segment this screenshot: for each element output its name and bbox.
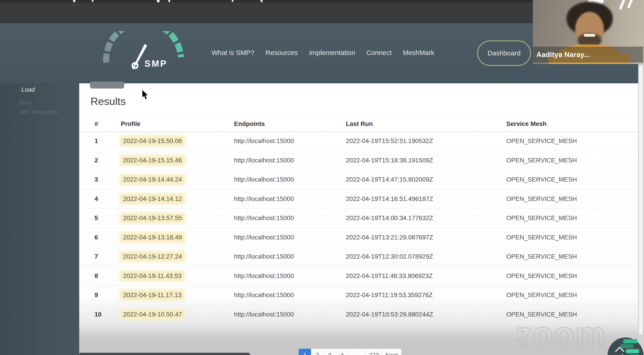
- service-mesh-cell: OPEN_SERVICE_MESH: [506, 247, 577, 266]
- service-mesh-cell: OPEN_SERVICE_MESH: [506, 286, 577, 305]
- page-button-272[interactable]: 272: [366, 349, 382, 355]
- cropped-titlebar-strip: [0, 0, 533, 3]
- nav-item-0[interactable]: What is SMP?: [212, 49, 254, 57]
- horizontal-scrollbar-thumb[interactable]: [79, 353, 250, 355]
- page-button-2[interactable]: 2: [311, 349, 324, 355]
- profile-cell: 2022-04-19-10.50.47: [121, 305, 184, 324]
- endpoints-cell: http://localhost:15000: [234, 305, 294, 324]
- profile-cell: 2022-04-19-15.50.06: [121, 132, 184, 151]
- profile-cell: 2022-04-19-11.43.53: [121, 266, 184, 286]
- highlighted-profile-text[interactable]: 2022-04-19-10.50.47: [121, 310, 184, 319]
- dashboard-label: Dashboard: [488, 49, 521, 57]
- table-row[interactable]: 72022-04-19-12.27.24http://localhost:150…: [79, 247, 638, 266]
- zoom-watermark: zoom: [515, 314, 606, 354]
- table-row[interactable]: 62022-04-19-13.18.49http://localhost:150…: [79, 228, 638, 247]
- nav-item-4[interactable]: MeshMark: [403, 49, 434, 57]
- last-run-cell: 2022-04-19T14:16:51.496187Z: [346, 189, 433, 209]
- profile-cell: 2022-04-19-11.17.13: [121, 286, 184, 305]
- page-title: Results: [90, 95, 126, 107]
- sidebar-item-jwt-revocation[interactable]: JWT Revocation: [19, 109, 59, 115]
- page-button-1[interactable]: 1: [298, 349, 311, 355]
- endpoints-cell: http://localhost:15000: [234, 209, 294, 228]
- highlighted-profile-text[interactable]: 2022-04-19-11.43.53: [121, 271, 184, 280]
- results-table-body: 12022-04-19-15.50.06http://localhost:150…: [79, 132, 638, 324]
- row-number: 1: [94, 132, 98, 151]
- background-highlight: [619, 0, 626, 10]
- row-number: 7: [94, 247, 98, 266]
- endpoints-cell: http://localhost:15000: [234, 266, 294, 286]
- row-number: 10: [94, 305, 102, 324]
- background-highlight: [627, 0, 634, 9]
- nav-item-1[interactable]: Resources: [266, 49, 298, 57]
- nav-item-3[interactable]: Connect: [366, 49, 392, 57]
- endpoints-cell: http://localhost:15000: [234, 151, 294, 170]
- page-button-3[interactable]: 3: [323, 349, 336, 355]
- profile-cell: 2022-04-19-13.57.55: [121, 209, 184, 228]
- table-row[interactable]: 32022-04-19-14.44.24http://localhost:150…: [79, 170, 638, 189]
- mouse-cursor: [141, 89, 150, 101]
- endpoints-cell: http://localhost:15000: [234, 228, 294, 247]
- profile-cell: 2022-04-19-14.14.12: [121, 189, 184, 209]
- main-nav: What is SMP?ResourcesImplementationConne…: [212, 46, 434, 60]
- nav-item-dashboard[interactable]: Dashboard: [477, 41, 531, 66]
- highlighted-profile-text[interactable]: 2022-04-19-15.50.06: [121, 137, 184, 146]
- highlighted-profile-text[interactable]: 2022-04-19-13.57.55: [121, 214, 184, 223]
- last-run-cell: 2022-04-19T15:18:38.191509Z: [346, 151, 433, 170]
- endpoints-cell: http://localhost:15000: [234, 247, 294, 266]
- vertical-scrollbar-thumb[interactable]: [639, 65, 643, 335]
- table-row[interactable]: 82022-04-19-11.43.53http://localhost:150…: [79, 266, 638, 286]
- table-row[interactable]: 42022-04-19-14.14.12http://localhost:150…: [79, 189, 638, 209]
- service-mesh-cell: OPEN_SERVICE_MESH: [506, 170, 577, 189]
- highlighted-profile-text[interactable]: 2022-04-19-15.15.46: [121, 156, 184, 165]
- sidebar-item-load[interactable]: Load: [22, 86, 35, 93]
- table-row[interactable]: 22022-04-19-15.15.46http://localhost:150…: [79, 151, 638, 170]
- table-row[interactable]: 12022-04-19-15.50.06http://localhost:150…: [79, 132, 638, 151]
- smp-gauge-logo[interactable]: SMP: [101, 31, 189, 72]
- column-header-endpoints: Endpoints: [234, 120, 265, 128]
- table-header: # Profile Endpoints Last Run Service Mes…: [79, 117, 638, 132]
- endpoints-cell: http://localhost:15000: [234, 286, 294, 305]
- row-number: 6: [94, 228, 98, 247]
- service-mesh-cell: OPEN_SERVICE_MESH: [506, 228, 577, 247]
- card-tab[interactable]: [90, 82, 124, 89]
- service-mesh-cell: OPEN_SERVICE_MESH: [506, 209, 577, 228]
- page-ellipsis: …: [348, 349, 366, 355]
- last-run-cell: 2022-04-19T12:30:02.078929Z: [346, 247, 433, 266]
- profile-cell: 2022-04-19-14.44.24: [121, 170, 184, 189]
- highlighted-profile-text[interactable]: 2022-04-19-14.44.24: [121, 175, 184, 184]
- endpoints-cell: http://localhost:15000: [234, 170, 294, 189]
- page-button-4[interactable]: 4: [336, 349, 348, 355]
- highlighted-profile-text[interactable]: 2022-04-19-13.18.49: [121, 233, 184, 242]
- last-run-cell: 2022-04-19T11:46:33.806923Z: [346, 266, 433, 286]
- service-mesh-cell: OPEN_SERVICE_MESH: [506, 189, 577, 209]
- logo-text: SMP: [144, 59, 168, 69]
- profile-cell: 2022-04-19-12.27.24: [121, 247, 184, 266]
- pagination: 1234…272Next: [298, 349, 402, 355]
- table-row[interactable]: 92022-04-19-11.17.13http://localhost:150…: [79, 286, 638, 305]
- table-row[interactable]: 52022-04-19-13.57.55http://localhost:150…: [79, 209, 638, 228]
- last-run-cell: 2022-04-19T14:47:15.802009Z: [346, 170, 433, 189]
- participant-name-label: Aaditya Naray...: [533, 47, 643, 63]
- endpoints-cell: http://localhost:15000: [234, 132, 294, 151]
- person-smile: [584, 34, 596, 37]
- column-header-lastrun: Last Run: [346, 120, 373, 128]
- webcam-video-tile[interactable]: Aaditya Naray...: [533, 0, 644, 64]
- last-run-cell: 2022-04-19T15:52:51.190532Z: [346, 132, 433, 151]
- service-mesh-cell: OPEN_SERVICE_MESH: [506, 132, 577, 151]
- highlighted-profile-text[interactable]: 2022-04-19-14.14.12: [121, 194, 184, 203]
- next-page-button[interactable]: Next: [382, 349, 402, 355]
- last-run-cell: 2022-04-19T14:00:34.177632Z: [346, 209, 433, 228]
- row-number: 8: [94, 266, 98, 286]
- profile-cell: 2022-04-19-15.15.46: [121, 151, 184, 170]
- last-run-cell: 2022-04-19T11:19:53.359276Z: [346, 286, 433, 305]
- service-mesh-cell: OPEN_SERVICE_MESH: [506, 151, 577, 170]
- row-number: 2: [94, 151, 98, 170]
- highlighted-profile-text[interactable]: 2022-04-19-11.17.13: [121, 290, 184, 300]
- column-header-num: #: [94, 120, 98, 128]
- row-number: 9: [94, 286, 98, 305]
- row-number: 3: [94, 170, 98, 189]
- nav-item-2[interactable]: Implementation: [309, 49, 355, 57]
- highlighted-profile-text[interactable]: 2022-04-19-12.27.24: [121, 252, 184, 261]
- profile-cell: 2022-04-19-13.18.49: [121, 228, 184, 247]
- sidebar-item-burst[interactable]: Burst: [19, 100, 32, 106]
